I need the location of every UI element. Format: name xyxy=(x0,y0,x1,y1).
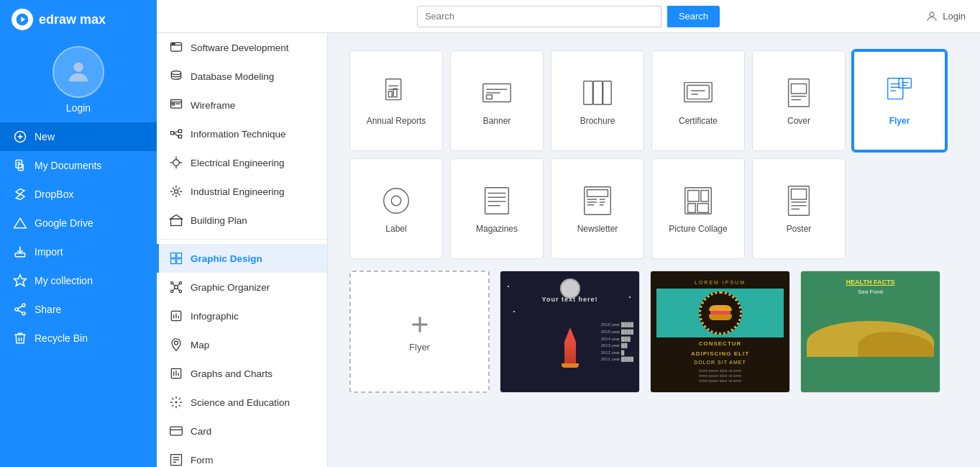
svg-rect-89 xyxy=(791,84,806,94)
mid-nav-form-label: Form xyxy=(191,455,214,466)
logo-icon xyxy=(12,9,33,30)
form-icon xyxy=(169,453,183,467)
sidebar-item-share[interactable]: Share xyxy=(0,295,157,324)
svg-rect-107 xyxy=(587,190,608,197)
map-icon xyxy=(169,337,183,352)
brochure-label: Brochure xyxy=(580,116,615,126)
trash-icon xyxy=(13,331,27,345)
infographic-icon xyxy=(169,309,183,323)
magazines-label: Magazines xyxy=(476,224,518,234)
sidebar-item-dropbox[interactable]: DropBox xyxy=(0,180,157,209)
template-card-magazines[interactable]: Magazines xyxy=(450,158,544,259)
svg-marker-13 xyxy=(14,275,27,286)
mid-nav-infographic[interactable]: Infographic xyxy=(157,301,327,330)
svg-rect-120 xyxy=(791,189,806,199)
user-icon xyxy=(925,10,938,23)
svg-line-17 xyxy=(18,306,22,308)
svg-rect-83 xyxy=(603,81,612,105)
sidebar-item-my-documents[interactable]: My Documents xyxy=(0,151,157,180)
mid-nav-science-education[interactable]: Science and Education xyxy=(157,388,327,417)
flyer-card-space[interactable]: Your text here! 2016 year ██ xyxy=(500,271,640,393)
main-content: Annual Reports Banner Brochur xyxy=(328,0,980,467)
sidebar-item-google-drive[interactable]: Google Drive xyxy=(0,209,157,237)
building-icon xyxy=(169,213,183,227)
picture-collage-label: Picture Collage xyxy=(669,224,727,234)
nav-items: New My Documents DropBox Google Drive Im… xyxy=(0,119,157,355)
banner-label: Banner xyxy=(483,116,511,126)
mid-nav-database-modeling[interactable]: Database Modeling xyxy=(157,62,327,91)
svg-marker-42 xyxy=(170,215,183,219)
svg-rect-41 xyxy=(171,219,182,225)
mid-nav-graphs-charts[interactable]: Graphs and Charts xyxy=(157,359,327,388)
svg-point-24 xyxy=(174,43,175,44)
search-button[interactable]: Search xyxy=(667,6,720,27)
template-card-brochure[interactable]: Brochure xyxy=(551,50,644,151)
graphic-design-icon xyxy=(169,251,183,266)
mid-nav-form[interactable]: Form xyxy=(157,445,327,467)
svg-point-60 xyxy=(175,341,178,345)
template-card-label[interactable]: Label xyxy=(349,158,443,259)
svg-rect-114 xyxy=(685,188,711,214)
dropbox-icon xyxy=(13,187,27,201)
mid-nav-information-technique[interactable]: Information Technique xyxy=(157,119,327,148)
label-label: Label xyxy=(385,224,406,234)
mid-nav-card[interactable]: Card xyxy=(157,417,327,445)
plus-icon xyxy=(13,130,27,144)
graphs-icon xyxy=(169,366,183,381)
graphic-organizer-icon xyxy=(169,280,183,294)
template-card-annual-reports[interactable]: Annual Reports xyxy=(349,50,443,151)
svg-point-40 xyxy=(175,190,178,194)
svg-point-65 xyxy=(175,402,177,403)
banner-icon xyxy=(480,76,514,110)
svg-point-99 xyxy=(384,189,409,214)
sidebar-item-import[interactable]: Import xyxy=(0,237,157,266)
sidebar-item-my-collection-label: My collection xyxy=(35,275,93,286)
svg-rect-101 xyxy=(485,188,509,214)
mid-nav-electrical-engineering[interactable]: Electrical Engineering xyxy=(157,148,327,177)
login-button[interactable]: Login xyxy=(925,10,966,23)
science-icon xyxy=(169,395,183,409)
app-name: edraw max xyxy=(39,12,106,27)
flyer-icon xyxy=(882,76,917,110)
mid-nav-wireframe[interactable]: Wireframe xyxy=(157,91,327,119)
template-card-newsletter[interactable]: Newsletter xyxy=(551,158,644,259)
svg-rect-44 xyxy=(177,253,182,258)
template-card-flyer[interactable]: Flyer xyxy=(853,50,946,151)
mid-nav-building-plan[interactable]: Building Plan xyxy=(157,206,327,235)
svg-rect-106 xyxy=(585,187,610,214)
svg-rect-28 xyxy=(172,104,174,106)
flyer-card-burger[interactable]: LOREM IPSUM CONSECTUR xyxy=(650,271,790,393)
mid-nav-map[interactable]: Map xyxy=(157,330,327,359)
avatar-login-label: Login xyxy=(66,102,91,114)
avatar xyxy=(52,46,104,98)
svg-rect-75 xyxy=(388,91,392,97)
svg-point-49 xyxy=(179,282,181,284)
template-card-banner[interactable]: Banner xyxy=(450,50,544,151)
flyer-label: Flyer xyxy=(889,116,910,126)
svg-rect-81 xyxy=(584,81,592,105)
newsletter-label: Newsletter xyxy=(577,224,618,234)
header: Search Login xyxy=(157,0,980,33)
mid-nav-map-label: Map xyxy=(191,340,209,350)
template-card-poster[interactable]: Poster xyxy=(752,158,846,259)
new-flyer-card[interactable]: Flyer xyxy=(349,271,490,393)
svg-rect-80 xyxy=(487,95,493,99)
template-card-certificate[interactable]: Certificate xyxy=(651,50,745,151)
template-card-picture-collage[interactable]: Picture Collage xyxy=(651,158,745,259)
mid-nav-software-dev[interactable]: Software Development xyxy=(157,33,327,62)
sidebar-item-my-collection[interactable]: My collection xyxy=(0,266,157,295)
mid-nav-graphic-design[interactable]: Graphic Design xyxy=(157,244,327,273)
sidebar-item-recycle-bin[interactable]: Recycle Bin xyxy=(0,324,157,353)
svg-point-1 xyxy=(73,63,83,72)
svg-rect-32 xyxy=(178,135,181,138)
template-card-cover[interactable]: Cover xyxy=(752,50,846,151)
mid-nav-graphic-organizer[interactable]: Graphic Organizer xyxy=(157,273,327,301)
poster-label: Poster xyxy=(787,224,812,234)
flyer-card-food[interactable]: HEALTH FACTS Sea Food xyxy=(800,271,940,393)
svg-line-33 xyxy=(174,131,179,133)
sidebar-item-new[interactable]: New xyxy=(0,122,157,151)
search-input[interactable] xyxy=(417,6,661,27)
mid-nav-industrial-engineering[interactable]: Industrial Engineering xyxy=(157,177,327,206)
drive-icon xyxy=(13,216,27,230)
add-icon xyxy=(407,312,433,337)
